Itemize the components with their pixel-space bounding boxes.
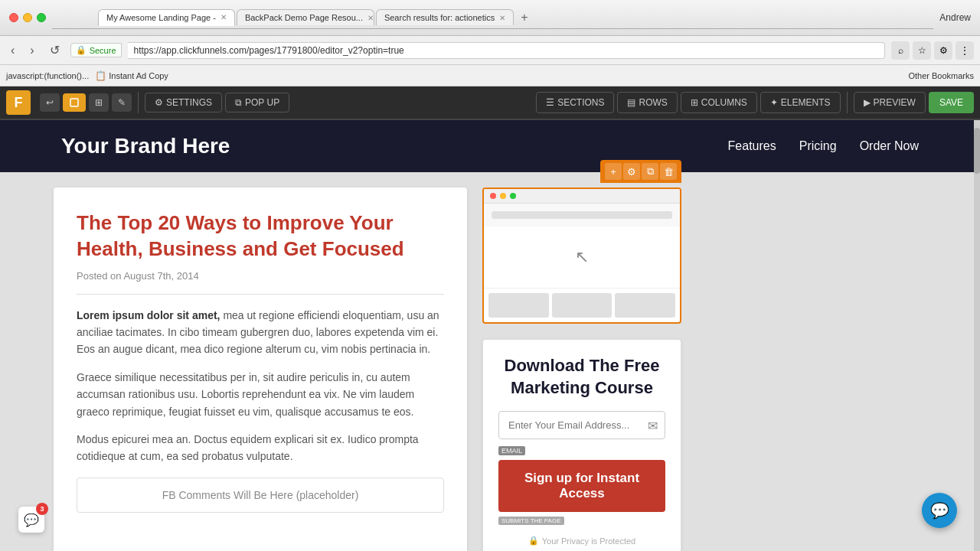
rows-button[interactable]: ▤ ROWS xyxy=(617,92,677,113)
edit-tool-button[interactable]: ✎ xyxy=(112,93,132,112)
optin-cta-button[interactable]: Sign up for Instant Access xyxy=(498,460,665,512)
reload-button[interactable]: ↺ xyxy=(45,41,64,59)
tab-search[interactable]: Search results for: actionetics ✕ xyxy=(376,9,514,25)
email-input[interactable] xyxy=(498,411,665,439)
popup-button[interactable]: ⧉ POP UP xyxy=(225,93,289,112)
elements-button[interactable]: ✦ ELEMENTS xyxy=(760,92,841,113)
undo-button[interactable]: ↩ xyxy=(40,93,60,112)
tabs-bar: My Awesome Landing Page - ✕ BackPack Dem… xyxy=(52,6,933,29)
widget-settings-button[interactable]: ⚙ xyxy=(623,163,640,180)
email-input-wrap: ✉ xyxy=(498,411,665,439)
notification-icon[interactable]: 💬 3 xyxy=(18,507,44,533)
forward-button[interactable]: › xyxy=(25,42,38,59)
settings-button[interactable]: ⚙ SETTINGS xyxy=(145,93,222,112)
notification-area: 💬 3 xyxy=(18,507,44,533)
optin-box: Download The Free Marketing Course ✉ EMA… xyxy=(482,339,681,551)
nav-features[interactable]: Features xyxy=(728,139,776,153)
page-canvas: Your Brand Here Features Pricing Order N… xyxy=(0,120,980,551)
scrollbar[interactable] xyxy=(974,120,980,551)
mockup-thumb-2 xyxy=(552,293,612,318)
lock-icon: 🔒 xyxy=(76,45,87,55)
fullscreen-window-button[interactable] xyxy=(37,13,46,22)
widget-add-button[interactable]: + xyxy=(605,163,622,180)
bookmark-js[interactable]: javascript:(function()... xyxy=(6,71,89,80)
nav-pricing[interactable]: Pricing xyxy=(799,139,837,153)
widget-delete-button[interactable]: 🗑 xyxy=(660,163,677,180)
email-field-label: EMAIL xyxy=(498,442,665,460)
url-bar[interactable] xyxy=(128,42,885,59)
traffic-lights xyxy=(9,13,46,22)
article-card: The Top 20 Ways to Improve Your Health, … xyxy=(54,187,467,551)
back-button[interactable]: ‹ xyxy=(6,42,19,59)
mockup-expand-dot xyxy=(510,193,516,199)
tab-backpack[interactable]: BackPack Demo Page Resou... ✕ xyxy=(237,9,374,25)
site-header: Your Brand Here Features Pricing Order N… xyxy=(0,120,980,172)
site-nav: Features Pricing Order Now xyxy=(728,139,919,153)
browser-nav-bar: ‹ › ↺ 🔒 Secure ⌕ ☆ ⚙ ⋮ xyxy=(0,36,980,65)
bookmarks-bar: javascript:(function()... 📋 Instant Ad C… xyxy=(0,65,980,86)
lock-icon: 🔒 xyxy=(528,536,539,546)
comments-placeholder[interactable]: FB Comments Will Be Here (placeholder) xyxy=(77,478,444,513)
toolbar-divider-2 xyxy=(847,92,848,113)
new-tab-button[interactable]: + xyxy=(515,8,534,27)
mockup-minimize-dot xyxy=(500,193,506,199)
brand-name: Your Brand Here xyxy=(61,134,230,158)
menu-icon[interactable]: ⋮ xyxy=(956,41,974,60)
article-date: Posted on August 7th, 2014 xyxy=(77,270,444,282)
preview-button[interactable]: ▶ PREVIEW xyxy=(854,92,926,113)
user-name: Andrew xyxy=(939,12,971,23)
tab-close-icon[interactable]: ✕ xyxy=(499,14,505,22)
toolbar-divider xyxy=(138,92,139,113)
tab-close-icon[interactable]: ✕ xyxy=(220,13,227,21)
minimize-window-button[interactable] xyxy=(23,13,32,22)
mockup-thumb-3 xyxy=(615,293,675,318)
tab-landing-page[interactable]: My Awesome Landing Page - ✕ xyxy=(98,9,235,26)
chat-button[interactable]: 💬 xyxy=(922,493,957,528)
nav-order[interactable]: Order Now xyxy=(860,139,919,153)
title-bar: My Awesome Landing Page - ✕ BackPack Dem… xyxy=(0,0,980,36)
submits-label-badge: SUBMITS THE PAGE xyxy=(498,517,564,525)
preview-icon: ▶ xyxy=(864,97,871,108)
mockup-body: ↖ xyxy=(484,227,680,288)
save-button[interactable]: SAVE xyxy=(929,92,974,113)
scrollbar-thumb[interactable] xyxy=(974,128,980,174)
mockup-footer xyxy=(484,288,680,322)
notification-badge: 3 xyxy=(36,503,48,515)
tab-label: Search results for: actionetics xyxy=(384,13,495,22)
mockup-thumb-1 xyxy=(488,293,549,318)
browser-mockup: ↖ xyxy=(482,187,681,324)
star-icon[interactable]: ☆ xyxy=(913,41,931,60)
chat-icon: 💬 xyxy=(930,501,949,520)
columns-icon: ⊞ xyxy=(691,97,698,108)
sections-button[interactable]: ☰ SECTIONS xyxy=(536,92,614,113)
settings-icon: ⚙ xyxy=(155,97,163,108)
nav-icons: ⌕ ☆ ⚙ ⋮ xyxy=(891,41,974,60)
mockup-close-dot xyxy=(490,193,496,199)
rows-icon: ▤ xyxy=(627,97,635,108)
sidebar-widget: + ⚙ ⧉ 🗑 ↖ xyxy=(482,187,681,551)
editor-logo: F xyxy=(6,90,31,115)
tab-label: BackPack Demo Page Resou... xyxy=(245,13,363,22)
article-title: The Top 20 Ways to Improve Your Health, … xyxy=(77,210,444,262)
article-para-3: Modus epicurei mea an. Doctus equidem ex… xyxy=(77,431,444,465)
widget-duplicate-button[interactable]: ⧉ xyxy=(642,163,658,180)
select-tool-button[interactable] xyxy=(63,93,86,112)
secure-label: Secure xyxy=(90,46,116,55)
search-icon[interactable]: ⌕ xyxy=(891,41,910,60)
cursor-icon: ↖ xyxy=(575,247,589,267)
other-bookmarks[interactable]: Other Bookmarks xyxy=(908,71,974,80)
article-para-1: Lorem ipsum dolor sit amet, Lorem ipsum … xyxy=(77,307,444,358)
bookmark-instant-ad[interactable]: 📋 Instant Ad Copy xyxy=(95,70,168,81)
extensions-icon[interactable]: ⚙ xyxy=(934,41,952,60)
drag-tool-button[interactable]: ⊞ xyxy=(89,93,109,112)
email-label-badge: EMAIL xyxy=(498,446,525,455)
close-window-button[interactable] xyxy=(9,13,18,22)
widget-toolbar: + ⚙ ⧉ 🗑 xyxy=(600,160,681,183)
article-divider xyxy=(77,294,444,295)
optin-title: Download The Free Marketing Course xyxy=(498,355,665,399)
mockup-titlebar xyxy=(484,189,680,204)
article-body: Lorem ipsum dolor sit amet, Lorem ipsum … xyxy=(77,307,444,465)
elements-icon: ✦ xyxy=(770,97,778,108)
tab-close-icon[interactable]: ✕ xyxy=(368,14,374,22)
columns-button[interactable]: ⊞ COLUMNS xyxy=(681,92,757,113)
